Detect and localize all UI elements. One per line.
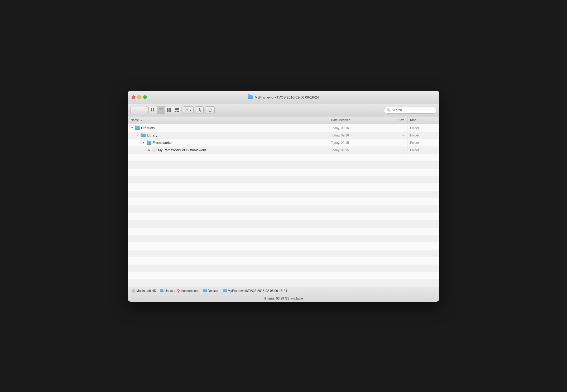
breadcrumb-label-desktop: Desktop [208, 289, 219, 293]
empty-row [128, 220, 439, 228]
empty-row [128, 264, 439, 272]
svg-rect-13 [178, 111, 179, 112]
share-button[interactable] [195, 106, 204, 114]
empty-row [128, 257, 439, 264]
sort-arrow-icon: ▲ [140, 119, 143, 122]
view-buttons [148, 106, 181, 114]
disclosure-button[interactable]: ▼ [130, 126, 134, 130]
gear-icon [185, 108, 189, 112]
empty-row [128, 154, 439, 161]
items-info: 4 items, 93.29 GB available [132, 295, 435, 302]
file-name-cell: ▼ Library [128, 132, 328, 139]
svg-rect-7 [167, 108, 168, 112]
title-bar: MyFrameworkTVOS 2016-02-06 09-16-24 [128, 91, 439, 104]
file-name-cell: ▼ Frameworks [128, 139, 328, 146]
tag-icon [208, 108, 212, 112]
disclosure-button[interactable]: ▼ [136, 133, 140, 138]
table-row[interactable]: ▼ Library Today, 09:16 -- Folder [128, 132, 439, 139]
breadcrumb-separator: › [157, 289, 158, 293]
file-date-cell: Today, 09:16 [328, 124, 381, 132]
finder-window: MyFrameworkTVOS 2016-02-06 09-16-24 ‹ › [128, 91, 439, 302]
svg-rect-6 [159, 111, 163, 111]
file-size-cell: -- [381, 132, 407, 139]
breadcrumb-separator: › [174, 289, 175, 293]
folder-icon [141, 134, 146, 137]
svg-rect-5 [159, 110, 163, 110]
breadcrumb-item-myframework[interactable]: MyFrameworkTVOS 2016-02-06 09-16-24 [223, 289, 287, 293]
svg-rect-10 [175, 108, 179, 110]
empty-row [128, 205, 439, 213]
breadcrumb-item-users[interactable]: Users [160, 289, 173, 293]
arrange-button[interactable]: ▾ [183, 106, 194, 114]
column-size-header[interactable]: Size [381, 116, 407, 124]
file-name-cell: ▶ MyFrameworkTVOS.framework [128, 146, 328, 154]
disclosure-button[interactable]: ▼ [142, 141, 146, 145]
file-kind-cell: Folder [407, 139, 439, 146]
breadcrumb-label-macintosh-hd: Macintosh HD [136, 289, 156, 293]
search-input[interactable] [392, 108, 434, 112]
breadcrumb-item-enekoalonso[interactable]: 🏠 enekoalonso [177, 289, 199, 293]
file-size-cell: -- [381, 124, 407, 132]
file-kind-cell: Folder [407, 132, 439, 139]
breadcrumb-separator: › [221, 289, 222, 293]
svg-rect-4 [159, 109, 163, 109]
search-icon: 🔍 [387, 108, 391, 112]
tag-button[interactable] [205, 106, 215, 114]
table-row[interactable]: ▶ MyFrameworkTVOS.framework Today, 09:15… [128, 146, 439, 154]
view-cover-button[interactable] [173, 106, 181, 114]
view-icon-button[interactable] [149, 106, 157, 114]
empty-row [128, 228, 439, 235]
list-icon [159, 108, 163, 112]
svg-point-15 [187, 110, 188, 111]
file-size-value: -- [402, 141, 405, 145]
empty-row [128, 235, 439, 242]
maximize-button[interactable] [143, 95, 147, 99]
back-icon: ‹ [134, 108, 135, 112]
empty-row [128, 250, 439, 257]
svg-rect-12 [177, 111, 178, 112]
empty-row [128, 242, 439, 250]
search-box[interactable]: 🔍 [384, 107, 436, 114]
file-kind-cell: Folder [407, 146, 439, 154]
forward-icon: › [142, 108, 143, 112]
empty-row [128, 183, 439, 191]
disclosure-button[interactable]: ▶ [147, 148, 152, 152]
nav-buttons: ‹ › [131, 106, 147, 114]
window-title-text: MyFrameworkTVOS 2016-02-06 09-16-24 [255, 95, 319, 99]
table-row[interactable]: ▼ Products Today, 09:16 -- Folder [128, 124, 439, 132]
minimize-button[interactable] [137, 95, 141, 99]
svg-rect-3 [153, 110, 154, 111]
breadcrumb-item-desktop[interactable]: Desktop [203, 289, 219, 293]
column-name-header[interactable]: Name ▲ [128, 116, 328, 124]
empty-row [128, 169, 439, 176]
arrange-arrow-icon: ▾ [190, 108, 191, 112]
file-size-value: -- [402, 134, 405, 137]
breadcrumb-label-myframework: MyFrameworkTVOS 2016-02-06 09-16-24 [228, 289, 287, 293]
breadcrumb: Macintosh HD › Users › 🏠 enekoalonso › D… [132, 287, 435, 295]
folder-icon [135, 126, 140, 130]
breadcrumb-item-macintosh-hd[interactable]: Macintosh HD [132, 289, 156, 293]
view-list-button[interactable] [157, 106, 165, 114]
cover-flow-icon [175, 108, 179, 112]
column-kind-header[interactable]: Kind [407, 116, 439, 124]
column-date-header[interactable]: Date Modified [328, 116, 381, 124]
file-date-cell: Today, 09:15 [328, 146, 381, 154]
file-size-value: -- [402, 148, 405, 152]
svg-point-16 [208, 109, 212, 111]
forward-button[interactable]: › [139, 106, 147, 114]
empty-row [128, 176, 439, 183]
framework-icon [152, 148, 157, 152]
empty-row [128, 279, 439, 287]
view-columns-button[interactable] [165, 106, 173, 114]
hd-icon [132, 289, 135, 292]
close-button[interactable] [132, 95, 135, 99]
file-date-value: Today, 09:16 [331, 134, 349, 137]
svg-rect-11 [175, 111, 176, 112]
grid-icon [151, 108, 155, 112]
back-button[interactable]: ‹ [131, 106, 139, 114]
file-size-value: -- [402, 126, 405, 130]
file-date-value: Today, 09:15 [331, 148, 349, 152]
file-name-label: Library [147, 133, 157, 137]
title-folder-icon [248, 95, 253, 99]
table-row[interactable]: ▼ Frameworks Today, 09:15 -- Folder [128, 139, 439, 146]
